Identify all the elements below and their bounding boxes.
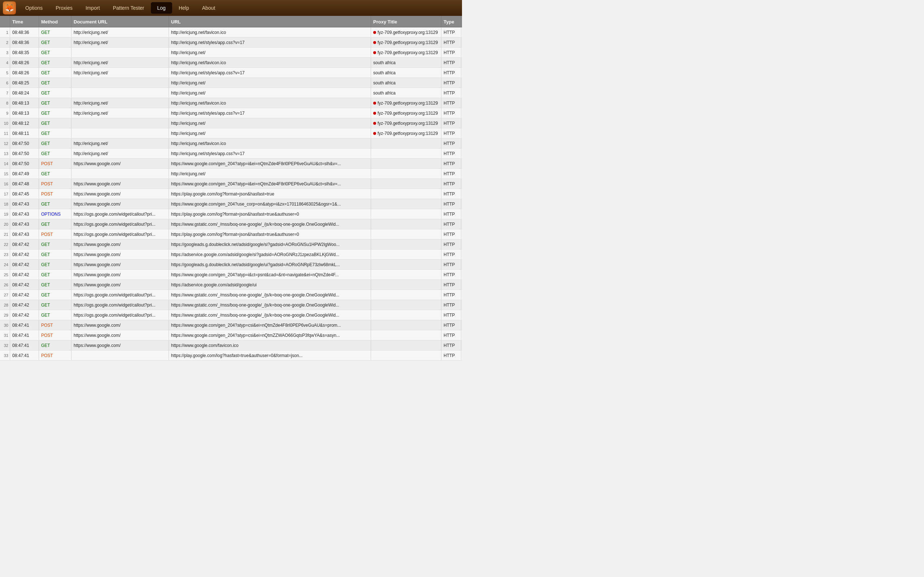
row-num: 3 [0, 48, 10, 57]
row-num: 28 [0, 300, 10, 310]
table-row[interactable]: 23 08:47:42 GET https://www.google.com/ … [0, 250, 462, 259]
cell-type: HTTP [441, 108, 461, 118]
table-row[interactable]: 2 08:48:36 GET http://ericjung.net/ http… [0, 37, 462, 48]
table-row[interactable]: 20 08:47:43 GET https://ogs.google.com/w… [0, 219, 462, 229]
cell-proxy-title [371, 280, 441, 290]
row-num: 32 [0, 340, 10, 350]
cell-method: POST [39, 330, 71, 340]
cell-doc-url: https://ogs.google.com/widget/callout?pr… [71, 290, 169, 300]
nav-about[interactable]: About [195, 2, 222, 14]
cell-hostname: fyz-709.getfoxyprox... [461, 108, 462, 118]
table-row[interactable]: 8 08:48:13 GET http://ericjung.net/ http… [0, 98, 462, 108]
cell-time: 08:47:43 [10, 199, 39, 209]
table-row[interactable]: 13 08:47:50 GET http://ericjung.net/ htt… [0, 148, 462, 159]
cell-url: https://www.gstatic.com/_/mss/boq-one-go… [169, 310, 371, 320]
cell-proxy-title [371, 239, 441, 249]
cell-type: HTTP [441, 48, 461, 57]
cell-time: 08:47:42 [10, 310, 39, 320]
cell-time: 08:47:48 [10, 179, 39, 189]
cell-hostname: fyz-609.getfoxyprox... [461, 78, 462, 88]
cell-url: https://play.google.com/log?format=json&… [169, 189, 371, 199]
cell-doc-url [71, 351, 169, 360]
row-num: 21 [0, 229, 10, 239]
row-num: 27 [0, 290, 10, 300]
table-row[interactable]: 9 08:48:13 GET http://ericjung.net/ http… [0, 108, 462, 118]
cell-time: 08:47:50 [10, 159, 39, 168]
cell-proxy-title: fyz-709.getfoxyproxy.org:13129 [371, 98, 441, 108]
table-row[interactable]: 33 08:47:41 POST https://play.google.com… [0, 351, 462, 361]
nav-help[interactable]: Help [172, 2, 195, 14]
table-row[interactable]: 5 08:48:26 GET http://ericjung.net/ http… [0, 68, 462, 78]
table-row[interactable]: 1 08:48:36 GET http://ericjung.net/ http… [0, 27, 462, 37]
cell-doc-url: https://ogs.google.com/widget/callout?pr… [71, 229, 169, 239]
cell-doc-url: https://ogs.google.com/widget/callout?pr… [71, 209, 169, 219]
table-row[interactable]: 15 08:47:49 GET http://ericjung.net/ HTT… [0, 169, 462, 179]
cell-doc-url [71, 128, 169, 138]
table-row[interactable]: 28 08:47:42 GET https://ogs.google.com/w… [0, 300, 462, 310]
cell-url: https://googleads.g.doubleclick.net/adsi… [169, 239, 371, 249]
cell-type: HTTP [441, 179, 461, 189]
table-row[interactable]: 3 08:48:35 GET http://ericjung.net/ fyz-… [0, 48, 462, 58]
cell-url: http://ericjung.net/favicon.ico [169, 58, 371, 68]
cell-type: HTTP [441, 199, 461, 209]
cell-type: HTTP [441, 229, 461, 239]
table-row[interactable]: 26 08:47:42 GET https://www.google.com/ … [0, 280, 462, 290]
table-row[interactable]: 18 08:47:43 GET https://www.google.com/ … [0, 199, 462, 209]
nav-log[interactable]: Log [151, 2, 172, 14]
cell-doc-url [71, 118, 169, 128]
nav-import[interactable]: Import [79, 2, 107, 14]
cell-hostname: fyz-609.getfoxyprox... [461, 68, 462, 77]
nav-pattern-tester[interactable]: Pattern Tester [107, 2, 151, 14]
cell-proxy-title [371, 229, 441, 239]
cell-url: https://www.google.com/gen_204?atyp=csi&… [169, 330, 371, 340]
table-row[interactable]: 31 08:47:41 POST https://www.google.com/… [0, 330, 462, 340]
table-row[interactable]: 4 08:48:26 GET http://ericjung.net/ http… [0, 58, 462, 68]
table-row[interactable]: 29 08:47:42 GET https://ogs.google.com/w… [0, 310, 462, 320]
table-row[interactable]: 16 08:47:48 POST https://www.google.com/… [0, 179, 462, 189]
table-row[interactable]: 14 08:47:50 POST https://www.google.com/… [0, 159, 462, 169]
cell-method: GET [39, 148, 71, 158]
cell-proxy-title [371, 169, 441, 179]
cell-type: HTTP [441, 310, 461, 320]
table-row[interactable]: 19 08:47:43 OPTIONS https://ogs.google.c… [0, 209, 462, 219]
cell-method: GET [39, 128, 71, 138]
table-row[interactable]: 11 08:48:11 GET http://ericjung.net/ fyz… [0, 128, 462, 139]
col-time: Time [10, 16, 39, 27]
cell-url: http://ericjung.net/ [169, 78, 371, 88]
cell-hostname [461, 270, 462, 279]
table-row[interactable]: 17 08:47:45 POST https://www.google.com/… [0, 189, 462, 199]
table-row[interactable]: 27 08:47:42 GET https://ogs.google.com/w… [0, 290, 462, 300]
table-row[interactable]: 7 08:48:24 GET http://ericjung.net/ sout… [0, 88, 462, 98]
nav-proxies[interactable]: Proxies [49, 2, 79, 14]
cell-method: GET [39, 169, 71, 179]
table-row[interactable]: 30 08:47:41 POST https://www.google.com/… [0, 320, 462, 330]
cell-doc-url: http://ericjung.net/ [71, 27, 169, 37]
cell-type: HTTP [441, 209, 461, 219]
row-num: 14 [0, 159, 10, 168]
cell-method: GET [39, 118, 71, 128]
cell-method: GET [39, 98, 71, 108]
table-row[interactable]: 10 08:48:12 GET http://ericjung.net/ fyz… [0, 118, 462, 128]
cell-method: OPTIONS [39, 209, 71, 219]
cell-proxy-title [371, 209, 441, 219]
table-row[interactable]: 6 08:48:25 GET http://ericjung.net/ sout… [0, 78, 462, 88]
cell-doc-url [71, 169, 169, 179]
table-row[interactable]: 25 08:47:42 GET https://www.google.com/ … [0, 270, 462, 280]
col-method: Method [39, 16, 71, 27]
cell-url: https://www.gstatic.com/_/mss/boq-one-go… [169, 219, 371, 229]
table-row[interactable]: 22 08:47:42 GET https://www.google.com/ … [0, 239, 462, 250]
cell-method: GET [39, 259, 71, 269]
row-num: 2 [0, 37, 10, 47]
table-row[interactable]: 21 08:47:43 POST https://ogs.google.com/… [0, 229, 462, 239]
cell-method: GET [39, 219, 71, 229]
cell-hostname [461, 189, 462, 199]
table-row[interactable]: 12 08:47:50 GET http://ericjung.net/ htt… [0, 139, 462, 148]
cell-hostname [461, 219, 462, 229]
cell-type: HTTP [441, 159, 461, 168]
table-row[interactable]: 24 08:47:42 GET https://www.google.com/ … [0, 259, 462, 270]
table-row[interactable]: 32 08:47:41 GET https://www.google.com/ … [0, 340, 462, 351]
cell-method: GET [39, 199, 71, 209]
nav-options[interactable]: Options [19, 2, 49, 14]
cell-hostname: fyz-609.getfoxyprox... [461, 88, 462, 98]
row-num: 8 [0, 98, 10, 108]
